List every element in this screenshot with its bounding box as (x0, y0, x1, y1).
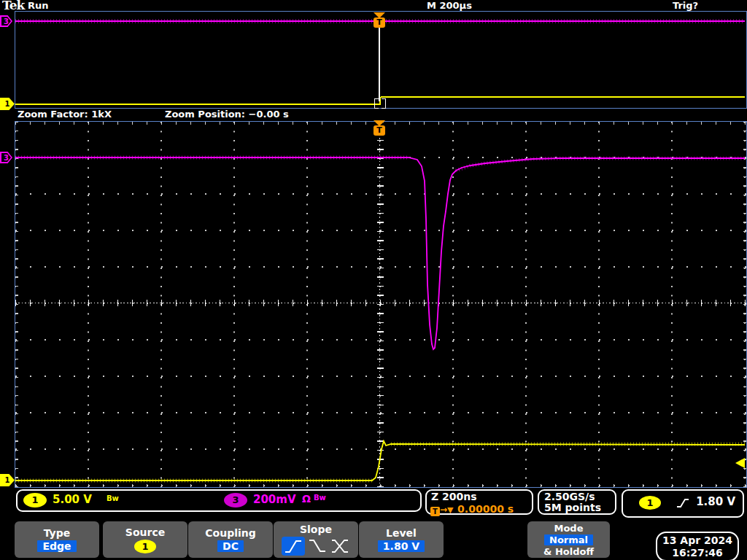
menu-mode-label: Mode (554, 523, 584, 534)
trigger-marker-t-icon: T (374, 18, 385, 28)
menu-slope-label: Slope (300, 524, 332, 535)
trigger-level-arrow[interactable] (735, 458, 745, 468)
overview-ch1-badge[interactable]: 1 (0, 98, 15, 110)
ch3-readout-badge[interactable]: 3 (224, 493, 247, 508)
ch1-bandwidth-icon: Bw (107, 494, 119, 502)
trigger-level-readout: 1.80 V (696, 495, 735, 508)
record-length-readout: 5M points (544, 502, 601, 513)
zoom-bracket-right (382, 98, 386, 109)
menu-slope-button[interactable]: Slope (274, 521, 358, 558)
slope-rising-icon (284, 538, 303, 554)
trigger-marker-icon: ▼ (447, 505, 453, 515)
trigger-status: Trig? (673, 0, 698, 11)
menu-source-label: Source (125, 526, 165, 538)
menu-mode-button[interactable]: Mode Normal & Holdoff (527, 521, 610, 558)
main-ch1-badge[interactable]: 1 (0, 474, 15, 486)
overview-ch3-badge[interactable]: 3 (0, 15, 12, 27)
main-ch3-badge[interactable]: 3 (0, 152, 12, 163)
channel-readout-box: 1 5.00 V Bw 3 200mV Ω Bw (16, 489, 422, 512)
main-trigger-marker-t-icon: T (374, 125, 385, 136)
time-readout: 16:27:46 (672, 547, 723, 559)
zoom-position-label: Zoom Position: −0.00 s (165, 109, 289, 120)
zoom-bracket-left (374, 98, 379, 109)
menu-level-button[interactable]: Level 1.80 V (359, 521, 444, 558)
zoom-scale-readout-box: Z 200ns T→▼ 0.00000 s (425, 489, 533, 515)
menu-source-button[interactable]: Source 1 (103, 521, 187, 558)
slope-either-icon[interactable] (330, 538, 350, 554)
ch1-trace (15, 441, 745, 481)
slope-falling-icon[interactable] (307, 538, 328, 554)
ch1-trace-noise (15, 444, 745, 481)
trigger-source-badge: 1 (639, 496, 661, 510)
menu-level-value: 1.80 V (378, 540, 425, 552)
ch3-trace (15, 158, 745, 349)
menu-type-button[interactable]: Type Edge (15, 521, 99, 558)
menu-mode-value2: & Holdoff (543, 546, 594, 557)
main-trigger-position-marker[interactable]: T (373, 120, 386, 136)
trigger-position-marker[interactable]: T (373, 12, 386, 28)
menu-type-label: Type (44, 527, 71, 539)
zoom-region-line[interactable] (379, 28, 380, 101)
trigger-arrow-icon: → (440, 505, 447, 515)
menu-type-value: Edge (37, 540, 76, 552)
menu-mode-value: Normal (544, 534, 593, 545)
menu-coupling-label: Coupling (205, 527, 255, 539)
overview-window: T (15, 11, 747, 109)
ch1-readout-badge[interactable]: 1 (23, 493, 47, 508)
zoom-factor-label: Zoom Factor: 1kX (18, 109, 112, 120)
horizontal-scale-readout: M 200µs (427, 0, 472, 11)
overview-ch1-trace-high (381, 96, 745, 98)
ch3-bandwidth-icon: Bw (314, 494, 326, 502)
sample-rate-readout: 2.50GS/s (544, 491, 595, 502)
waveform-plot (15, 122, 745, 486)
ch1-scale-readout: 5.00 V (53, 493, 92, 506)
trigger-position-readout: 0.00000 s (457, 503, 514, 515)
main-waveform-window: T (15, 121, 747, 488)
acquisition-status: Run (28, 0, 49, 11)
datetime-box: 13 Apr 2024 16:27:46 (656, 532, 739, 560)
acquisition-readout-box: 2.50GS/s 5M points (538, 489, 616, 515)
trigger-t-icon: T (430, 507, 440, 516)
trigger-readout-box: 1 1.80 V (622, 489, 744, 518)
date-readout: 13 Apr 2024 (662, 534, 732, 547)
menu-coupling-value: DC (217, 540, 244, 552)
ch3-trace-noise (15, 158, 745, 171)
overview-ch1-trace-low (15, 104, 379, 105)
menu-source-value-badge: 1 (134, 540, 156, 553)
ch3-scale-readout: 200mV (253, 493, 296, 506)
menu-level-label: Level (386, 527, 417, 539)
ch3-impedance-icon: Ω (302, 493, 311, 505)
menu-coupling-button[interactable]: Coupling DC (188, 521, 273, 558)
trigger-slope-icon (676, 497, 690, 509)
slope-rising-option-selected[interactable] (282, 537, 305, 556)
zoom-scale-readout: Z 200ns (431, 491, 477, 502)
